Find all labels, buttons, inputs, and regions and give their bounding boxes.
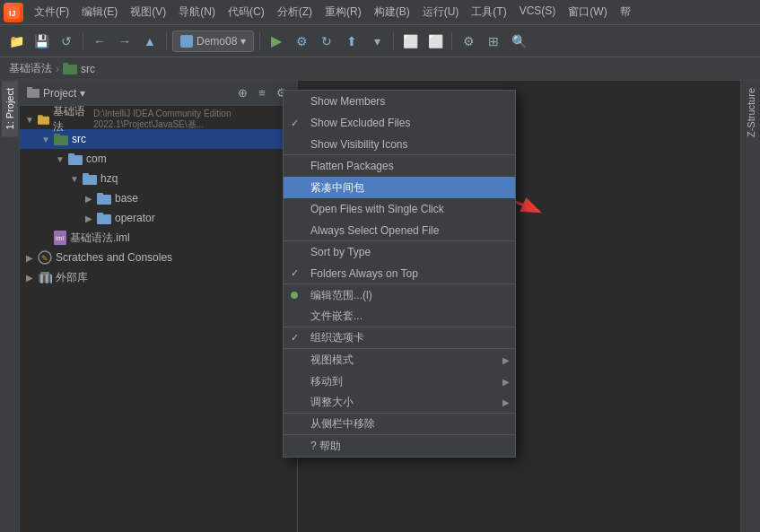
tree-item-hzq[interactable]: ▼ hzq: [20, 169, 297, 188]
ctx-item-show-excluded[interactable]: ✓ Show Excluded Files: [284, 112, 515, 134]
project-dropdown[interactable]: Demo08 ▾: [172, 31, 254, 52]
app-logo: IJ: [4, 3, 23, 22]
reload-button[interactable]: ↻: [316, 31, 337, 52]
svg-rect-9: [54, 134, 60, 137]
ctx-item-help[interactable]: ? 帮助: [284, 435, 515, 457]
svg-rect-15: [97, 193, 103, 196]
project-icons: ⊕ ≡ ⚙: [234, 85, 290, 101]
submenu-arrow-3-icon: ▶: [502, 397, 510, 407]
refresh-button[interactable]: ↺: [56, 31, 77, 52]
ctx-item-edit-scope[interactable]: 编辑范围...(l): [284, 284, 515, 306]
breadcrumb-sep: ›: [56, 63, 59, 75]
tree-root-label: 基础语法: [53, 106, 88, 135]
svg-rect-17: [97, 213, 103, 216]
menu-build[interactable]: 构建(B): [369, 3, 415, 22]
menu-tools[interactable]: 工具(T): [466, 3, 511, 22]
menu-analyze[interactable]: 分析(Z): [272, 3, 318, 22]
tree-root-path: D:\IntelliJ IDEA Community Edition 2022.…: [93, 109, 297, 131]
svg-text:✎: ✎: [41, 254, 48, 263]
more-run-button[interactable]: ▾: [366, 31, 388, 52]
menu-window[interactable]: 窗口(W): [563, 3, 612, 22]
coverage-button[interactable]: ⬜: [399, 31, 421, 52]
settings-button[interactable]: ⚙: [458, 31, 479, 52]
tree-item-scratches[interactable]: ▶ ✎ Scratches and Consoles: [20, 248, 297, 267]
ctx-item-compact-middle[interactable]: 紧凑中间包: [284, 177, 515, 198]
expand-src-arrow-icon: ▼: [39, 135, 52, 144]
toolbar-sep-4: [393, 32, 394, 50]
root-folder-icon: [38, 114, 49, 126]
tree-iml-label: 基础语法.iml: [70, 231, 130, 246]
profile-button[interactable]: ⬜: [424, 31, 446, 52]
menu-file[interactable]: 文件(F): [29, 3, 74, 22]
svg-text:iml: iml: [56, 235, 64, 241]
com-pkg-icon: [68, 153, 83, 165]
ctx-item-single-click[interactable]: Open Files with Single Click: [284, 198, 515, 220]
tree-item-ext-libs[interactable]: ▶ ▌▌▌ 外部库: [20, 267, 297, 287]
menu-help[interactable]: 帮: [615, 3, 636, 22]
project-folder-icon: [27, 87, 39, 100]
expand-com-arrow-icon: ▼: [54, 154, 66, 164]
build-button[interactable]: ⚙: [291, 31, 312, 52]
tree-base-label: base: [115, 192, 138, 205]
tree-item-operator[interactable]: ▶ operator: [20, 208, 297, 228]
menu-items: 文件(F) 编辑(E) 视图(V) 导航(N) 代码(C) 分析(Z) 重构(R…: [29, 3, 636, 22]
back-button[interactable]: ←: [89, 31, 110, 52]
check-tabs-icon: ✓: [291, 332, 299, 344]
layout-button[interactable]: ⊞: [483, 31, 504, 52]
src-tree-icon: [54, 134, 68, 145]
menu-edit[interactable]: 编辑(E): [76, 3, 123, 22]
toolbar-sep-5: [451, 32, 452, 50]
project-dropdown-arrow-icon: ▾: [80, 87, 85, 100]
ctx-item-sort-type[interactable]: Sort by Type: [284, 241, 515, 263]
project-title[interactable]: Project ▾: [27, 87, 229, 100]
svg-rect-5: [27, 87, 32, 91]
menu-code[interactable]: 代码(C): [223, 3, 270, 22]
check-folders-icon: ✓: [291, 267, 299, 279]
collapse-all-button[interactable]: ≡: [254, 85, 270, 101]
expand-ext-arrow-icon: ▶: [23, 273, 36, 283]
expand-base-arrow-icon: ▶: [83, 194, 95, 204]
ctx-item-resize[interactable]: 调整大小 ▶: [284, 392, 515, 414]
ctx-item-organize-tabs[interactable]: ✓ 组织选项卡: [284, 327, 515, 349]
tree-item-com[interactable]: ▼ com: [20, 149, 297, 169]
expand-operator-arrow-icon: ▶: [83, 214, 95, 223]
ctx-item-remove-sidebar[interactable]: 从侧栏中移除: [284, 414, 515, 435]
menu-run[interactable]: 运行(U): [417, 3, 465, 22]
forward-button[interactable]: →: [114, 31, 135, 52]
breadcrumb-child[interactable]: src: [81, 63, 95, 75]
ctx-item-view-mode[interactable]: 视图模式 ▶: [284, 349, 515, 371]
run-button[interactable]: ▶: [266, 31, 287, 52]
menu-vcs[interactable]: VCS(S): [514, 3, 562, 22]
project-panel: Project ▾ ⊕ ≡ ⚙ ▼ 基础语法 D:\IntelliJ IDEA …: [20, 81, 298, 532]
ctx-item-always-select[interactable]: Always Select Opened File: [284, 220, 515, 241]
svg-rect-11: [68, 153, 74, 157]
tree-item-iml[interactable]: iml 基础语法.iml: [20, 228, 297, 248]
svg-rect-7: [38, 115, 43, 118]
save-button[interactable]: 💾: [31, 31, 52, 52]
iml-file-icon: iml: [54, 231, 66, 245]
ctx-item-show-visibility[interactable]: Show Visibility Icons: [284, 134, 515, 155]
ctx-item-show-members[interactable]: Show Members: [284, 91, 515, 112]
ctx-item-file-nesting[interactable]: 文件嵌套...: [284, 306, 515, 327]
sidebar-item-project[interactable]: 1: Project: [2, 81, 18, 136]
ctx-item-folders-top[interactable]: ✓ Folders Always on Top: [284, 263, 515, 284]
deploy-button[interactable]: ⬆: [341, 31, 363, 52]
tree-item-root[interactable]: ▼ 基础语法 D:\IntelliJ IDEA Community Editio…: [20, 109, 297, 129]
ctx-item-flatten-packages[interactable]: Flatten Packages: [284, 155, 515, 177]
svg-text:▌▌▌: ▌▌▌: [40, 274, 52, 283]
menu-navigate[interactable]: 导航(N): [173, 3, 221, 22]
tree-src-label: src: [72, 133, 86, 145]
ctx-item-move-to[interactable]: 移动到 ▶: [284, 371, 515, 392]
menu-refactor[interactable]: 重构(R): [319, 3, 367, 22]
svg-rect-13: [83, 173, 89, 177]
breadcrumb-root[interactable]: 基础语法: [9, 61, 52, 76]
search-everywhere-button[interactable]: 🔍: [508, 31, 529, 52]
sidebar-item-structure[interactable]: Z-Structure: [743, 81, 759, 144]
tree-operator-label: operator: [115, 212, 155, 224]
tree-item-base[interactable]: ▶ base: [20, 188, 297, 208]
add-content-root-button[interactable]: ⊕: [234, 85, 250, 101]
navigate-button[interactable]: ▲: [139, 31, 161, 52]
menu-bar: IJ 文件(F) 编辑(E) 视图(V) 导航(N) 代码(C) 分析(Z) 重…: [0, 0, 760, 25]
open-file-button[interactable]: 📁: [5, 31, 27, 52]
menu-view[interactable]: 视图(V): [125, 3, 171, 22]
